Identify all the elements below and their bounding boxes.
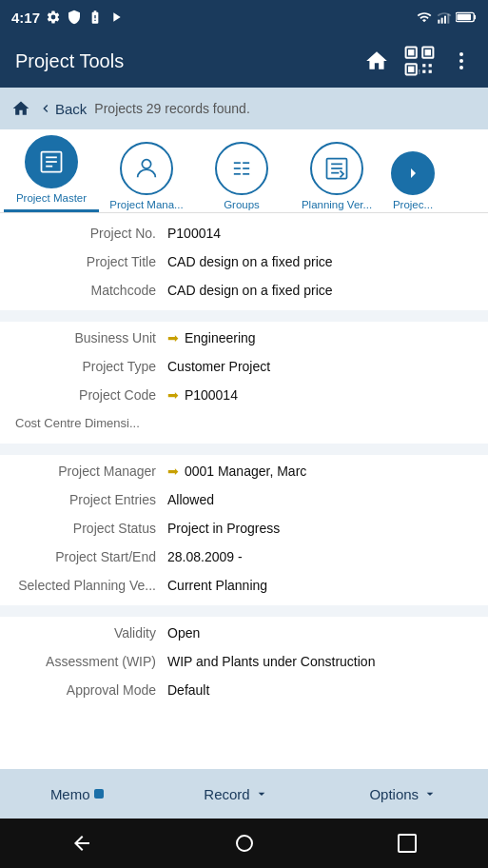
field-row-project-title: Project Title CAD design on a fixed pric… xyxy=(0,249,488,278)
svg-rect-10 xyxy=(425,49,431,55)
home-icon[interactable] xyxy=(364,49,389,73)
home-breadcrumb-icon[interactable] xyxy=(11,99,30,118)
label-project-no: Project No. xyxy=(15,226,167,241)
status-bar-right xyxy=(416,10,477,25)
value-project-entries: Allowed xyxy=(167,492,473,507)
breadcrumb-info: Projects 29 records found. xyxy=(94,101,249,116)
field-row-validity: Validity Open xyxy=(0,621,488,649)
tab-projec-label: Projec... xyxy=(393,199,433,212)
app-bar-icons: ! xyxy=(364,46,473,76)
value-project-title: CAD design on a fixed price xyxy=(167,254,473,269)
value-project-status: Project in Progress xyxy=(167,521,473,536)
value-project-manager: ➡ 0001 Manager, Marc xyxy=(167,464,473,479)
field-row-project-type: Project Type Customer Project xyxy=(0,354,488,383)
app-title: Project Tools xyxy=(15,50,124,72)
status-bar-left: 4:17 xyxy=(11,10,124,26)
tab-groups-icon xyxy=(215,142,268,195)
tab-planning[interactable]: Planning Ver... xyxy=(289,142,384,212)
svg-text:!: ! xyxy=(419,69,420,75)
shield-icon xyxy=(67,10,82,25)
nav-home-icon[interactable] xyxy=(233,832,256,855)
nav-recents-icon[interactable] xyxy=(396,832,419,855)
tab-projec[interactable]: Projec... xyxy=(384,151,441,212)
divider-2 xyxy=(0,444,488,455)
tab-groups[interactable]: Groups xyxy=(194,142,289,212)
status-bar: 4:17 xyxy=(0,0,488,34)
memo-badge xyxy=(94,789,104,799)
tab-project-master-label: Project Master xyxy=(16,192,87,206)
field-row-project-entries: Project Entries Allowed xyxy=(0,487,488,516)
svg-point-18 xyxy=(459,52,463,56)
svg-point-25 xyxy=(142,160,150,168)
field-row-project-code: Project Code ➡ P100014 xyxy=(0,383,488,411)
options-label: Options xyxy=(369,786,419,802)
memo-button[interactable]: Memo xyxy=(35,779,119,810)
value-assessment: WIP and Plants under Construction xyxy=(167,654,473,669)
arrow-icon-project-code: ➡ xyxy=(167,387,179,403)
svg-rect-14 xyxy=(429,64,432,67)
system-nav-bar xyxy=(0,819,488,868)
field-row-approval-mode: Approval Mode Default xyxy=(0,678,488,706)
tab-project-manager-icon xyxy=(120,142,173,195)
label-business-unit: Business Unit xyxy=(15,330,167,345)
svg-rect-15 xyxy=(422,70,425,73)
tab-active-underline xyxy=(4,209,99,212)
tab-groups-label: Groups xyxy=(224,199,260,212)
tab-project-master[interactable]: Project Master xyxy=(4,135,99,212)
value-project-type: Customer Project xyxy=(167,359,473,374)
value-project-no: P100014 xyxy=(167,226,473,241)
label-project-manager: Project Manager xyxy=(15,464,167,479)
nav-back-icon[interactable] xyxy=(70,832,93,855)
svg-rect-8 xyxy=(408,49,414,55)
record-button[interactable]: Record xyxy=(188,779,283,810)
more-vert-icon[interactable] xyxy=(450,49,473,72)
value-selected-planning: Current Planning xyxy=(167,578,473,593)
tab-project-manager[interactable]: Project Mana... xyxy=(99,142,194,212)
value-matchcode: CAD design on a fixed price xyxy=(167,283,473,298)
label-project-title: Project Title xyxy=(15,254,167,269)
wifi-icon xyxy=(416,10,433,25)
svg-point-20 xyxy=(459,66,463,69)
svg-rect-1 xyxy=(441,18,443,24)
tab-planning-label: Planning Ver... xyxy=(302,199,372,212)
label-project-code: Project Code xyxy=(15,387,167,403)
content-area: Project No. P100014 Project Title CAD de… xyxy=(0,213,488,819)
label-project-start-end: Project Start/End xyxy=(15,549,167,564)
svg-rect-16 xyxy=(429,70,432,73)
svg-rect-3 xyxy=(447,14,449,24)
divider-1 xyxy=(0,310,488,322)
field-row-project-start-end: Project Start/End 28.08.2009 - xyxy=(0,544,488,573)
label-selected-planning: Selected Planning Ve... xyxy=(15,578,167,593)
field-row-project-no: Project No. P100014 xyxy=(0,221,488,249)
memo-label: Memo xyxy=(50,786,90,802)
value-project-code: ➡ P100014 xyxy=(167,387,473,403)
qr-icon[interactable]: ! xyxy=(404,46,435,76)
divider-3 xyxy=(0,605,488,617)
tab-planning-icon xyxy=(310,142,363,195)
tab-project-master-icon xyxy=(25,135,78,188)
svg-rect-0 xyxy=(438,20,439,24)
label-matchcode: Matchcode xyxy=(15,283,167,298)
label-project-type: Project Type xyxy=(15,359,167,374)
settings-icon xyxy=(46,10,61,25)
label-validity: Validity xyxy=(15,625,167,641)
tab-bar: Project Master Project Mana... Groups xyxy=(0,129,488,213)
bottom-action-bar: Memo Record Options xyxy=(0,769,488,819)
back-button[interactable]: Back xyxy=(38,101,87,117)
options-chevron-icon xyxy=(422,786,438,801)
value-business-unit: ➡ Engineering xyxy=(167,330,473,345)
svg-point-19 xyxy=(459,59,463,63)
value-project-start-end: 28.08.2009 - xyxy=(167,549,473,564)
value-validity: Open xyxy=(167,625,473,641)
signal-icon xyxy=(437,10,452,25)
app-bar: Project Tools ! xyxy=(0,34,488,88)
options-button[interactable]: Options xyxy=(354,779,453,810)
field-row-project-status: Project Status Project in Progress xyxy=(0,516,488,544)
field-row-project-manager: Project Manager ➡ 0001 Manager, Marc xyxy=(0,459,488,487)
arrow-icon-project-manager: ➡ xyxy=(167,464,179,479)
svg-rect-5 xyxy=(474,15,476,20)
svg-point-36 xyxy=(237,836,252,851)
field-row-assessment: Assessment (WIP) WIP and Plants under Co… xyxy=(0,649,488,678)
label-assessment: Assessment (WIP) xyxy=(15,654,167,669)
svg-rect-6 xyxy=(457,14,471,20)
